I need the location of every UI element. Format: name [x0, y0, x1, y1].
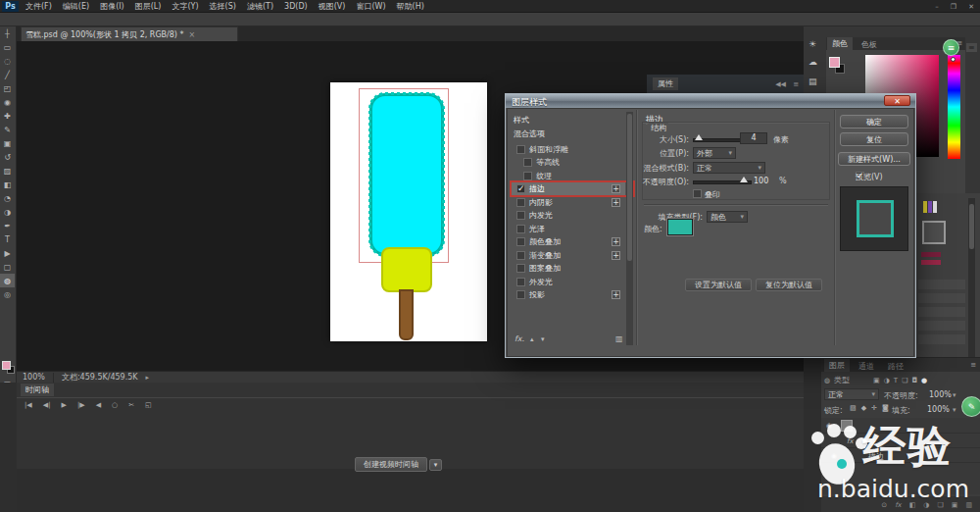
quick-select-tool[interactable]: ╱ — [0, 68, 15, 81]
timeline-settings-icon[interactable]: ○ — [112, 401, 118, 409]
dialog-close-button[interactable]: ✕ — [884, 95, 910, 106]
timeline-transition-icon[interactable]: ◱ — [145, 401, 152, 409]
stroke-color-swatch[interactable] — [667, 219, 693, 235]
timeline-split-icon[interactable]: ✂ — [128, 401, 134, 409]
menu-edit[interactable]: 编辑(E) — [63, 1, 89, 12]
blend-mode-dropdown[interactable]: 正常▾ — [824, 388, 879, 400]
path-select-tool[interactable]: ▶ — [0, 246, 15, 260]
healing-brush-tool[interactable]: ✚ — [0, 109, 15, 123]
type-tool[interactable]: T — [0, 232, 15, 246]
inner-shadow-add-icon[interactable]: + — [612, 198, 620, 207]
color-overlay-item[interactable]: 颜色叠加 — [529, 236, 561, 247]
timeline-first-frame-icon[interactable]: |◀ — [24, 401, 32, 409]
menu-help[interactable]: 帮助(H) — [397, 1, 424, 12]
create-timeline-caret-icon[interactable]: ▾ — [429, 459, 442, 471]
stroke-blend-mode-dropdown[interactable]: 正常▾ — [693, 162, 765, 174]
layer-search-icon[interactable]: ◍ — [824, 377, 830, 384]
gradient-overlay-add-icon[interactable]: + — [612, 251, 620, 260]
screen-annotation-badge-top[interactable]: ≡ — [943, 39, 959, 56]
styles-panel-icon[interactable]: ☁ — [808, 57, 817, 67]
move-tool[interactable]: ┼ — [0, 26, 15, 40]
lock-position-icon[interactable]: ✛ — [871, 404, 877, 412]
bevel-emboss-checkbox[interactable] — [516, 145, 525, 154]
layer-kind-label[interactable]: 类型 — [834, 375, 850, 385]
lock-transparency-icon[interactable]: ▨ — [850, 404, 857, 412]
crop-tool[interactable]: ◰ — [0, 81, 15, 95]
fill-type-dropdown[interactable]: 颜色▾ — [707, 211, 748, 223]
restore-button[interactable]: ❐ — [951, 3, 956, 11]
pattern-overlay-checkbox[interactable] — [516, 264, 525, 273]
filter-pixel-icon[interactable]: ▣ — [873, 377, 880, 384]
ok-button[interactable]: 确定 — [840, 115, 908, 128]
size-slider-thumb[interactable] — [695, 134, 703, 140]
document-tab-close-icon[interactable]: × — [189, 30, 196, 39]
lock-all-icon[interactable]: ◙ — [882, 404, 889, 412]
zoom-tool[interactable]: ◎ — [0, 287, 15, 301]
delete-layer-icon[interactable]: ▥ — [965, 501, 972, 509]
minimize-button[interactable]: – — [935, 3, 939, 11]
color-panel-tab[interactable]: 颜色 — [827, 37, 853, 50]
menu-window[interactable]: 窗口(W) — [356, 1, 385, 12]
layer-thumbnail[interactable] — [841, 420, 853, 432]
adjustment-layer-icon[interactable]: ◑ — [923, 501, 929, 509]
pen-tool[interactable]: ✒ — [0, 219, 15, 232]
move-effect-up-icon[interactable]: ▴ — [530, 335, 534, 343]
hue-picker-dot[interactable] — [951, 57, 956, 62]
blending-options-item[interactable]: 混合选项 — [514, 128, 545, 139]
mini-gradient-bar-1[interactable] — [921, 252, 941, 257]
foreground-swatch[interactable] — [829, 57, 840, 68]
screen-annotation-badge-side[interactable]: ✎ — [961, 396, 980, 417]
hue-strip[interactable] — [948, 55, 960, 159]
properties-menu-icon[interactable]: ≡ — [793, 80, 799, 88]
pattern-overlay-item[interactable]: 图案叠加 — [529, 263, 561, 274]
new-layer-icon[interactable]: ▣ — [952, 501, 958, 509]
adjustments-panel-icon[interactable]: ☀ — [808, 39, 816, 49]
document-tab[interactable]: 雪糕.psd @ 100%(形状 1 拷贝 2, RGB/8) * × — [21, 26, 238, 41]
gradient-overlay-checkbox[interactable] — [516, 251, 525, 260]
filter-toggle-icon[interactable]: ● — [921, 377, 927, 384]
channels-tab[interactable]: 通道 — [858, 361, 874, 372]
overprint-checkbox[interactable] — [693, 189, 702, 198]
layer-style-icon[interactable]: fx — [895, 501, 902, 509]
move-effect-down-icon[interactable]: ▾ — [541, 335, 545, 343]
stroke-opacity-value[interactable]: 100 — [754, 177, 768, 185]
visibility-eye-icon[interactable]: ◉ — [826, 422, 832, 430]
menu-select[interactable]: 选择(S) — [210, 1, 236, 12]
filter-smartobject-icon[interactable]: ◘ — [911, 377, 917, 384]
menu-layer[interactable]: 图层(L) — [135, 1, 162, 12]
lasso-tool[interactable]: ◌ — [0, 54, 15, 68]
link-layers-icon[interactable]: ⊙ — [881, 501, 887, 509]
menu-type[interactable]: 文字(Y) — [172, 1, 198, 12]
fill-value[interactable]: 100% — [927, 405, 950, 414]
lock-image-icon[interactable]: ◆ — [861, 404, 866, 412]
layer-mask-icon[interactable]: ◧ — [909, 501, 916, 509]
drop-shadow-item[interactable]: 投影 — [529, 289, 545, 300]
inner-glow-checkbox[interactable] — [516, 211, 525, 220]
color-overlay-checkbox[interactable] — [516, 237, 525, 246]
blur-tool[interactable]: ◔ — [0, 191, 15, 205]
timeline-next-frame-icon[interactable]: |▶ — [77, 401, 85, 409]
menu-image[interactable]: 图像(I) — [100, 1, 124, 12]
dock-menu-icon[interactable]: ≡ — [966, 43, 977, 52]
position-dropdown[interactable]: 外部▾ — [693, 147, 736, 159]
new-style-button[interactable]: 新建样式(W)... — [838, 152, 910, 166]
inner-shadow-checkbox[interactable] — [516, 198, 525, 207]
properties-tab[interactable]: 属性 — [653, 77, 678, 90]
timeline-audio-icon[interactable]: ◀ — [96, 401, 101, 409]
mini-swatch-bars-icon[interactable] — [923, 201, 927, 213]
outer-glow-item[interactable]: 外发光 — [529, 277, 553, 287]
status-zoom[interactable]: 100% — [23, 373, 45, 382]
menu-3d[interactable]: 3D(D) — [284, 2, 308, 11]
inner-glow-item[interactable]: 内发光 — [529, 210, 553, 221]
effect-eye-icon[interactable]: ◉ — [831, 452, 837, 460]
gradient-overlay-item[interactable]: 渐变叠加 — [529, 250, 561, 261]
timeline-prev-frame-icon[interactable]: ◀| — [43, 401, 51, 409]
contour-item[interactable]: 等高线 — [536, 157, 560, 168]
filter-type-icon[interactable]: T — [894, 377, 898, 384]
layer-row-shape[interactable]: ◉ — [821, 418, 980, 434]
texture-checkbox[interactable] — [523, 172, 532, 180]
set-default-button[interactable]: 设置为默认值 — [685, 279, 752, 291]
create-video-timeline-button[interactable]: 创建视频时间轴 — [355, 457, 427, 472]
close-button[interactable]: ✕ — [968, 3, 974, 11]
timeline-play-icon[interactable]: ▶ — [62, 401, 67, 409]
